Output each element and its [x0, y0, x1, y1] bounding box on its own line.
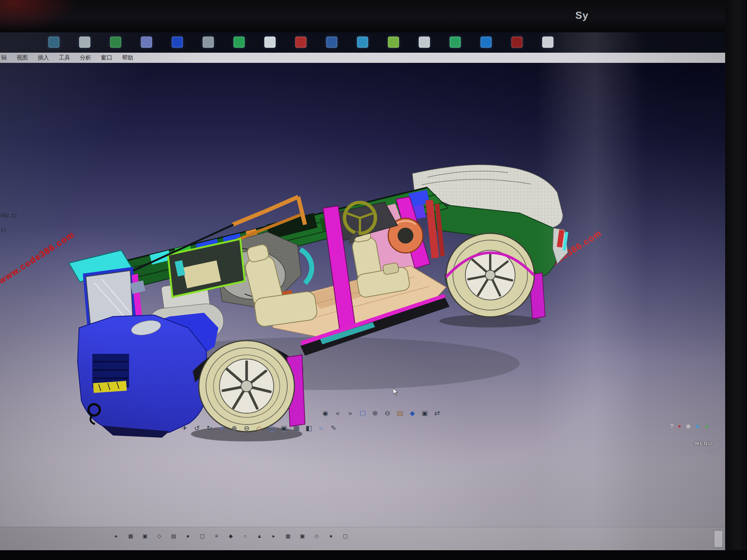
- photo-of-monitor: Sy 辑视图插入工具分析窗口帮助 E02.1) 1) www.code386.c…: [0, 0, 747, 560]
- taskbar-app-icon-11[interactable]: ▲: [256, 533, 263, 539]
- pinned-app-icon-6[interactable]: [203, 37, 214, 48]
- taskbar-app-icon-13[interactable]: ▦: [285, 533, 291, 539]
- taskbar-app-icon-7[interactable]: ▢: [199, 533, 206, 539]
- pinned-app-icon-9[interactable]: [295, 37, 306, 48]
- fly-mode-icon[interactable]: ✈: [180, 424, 189, 433]
- rotate-right-icon[interactable]: ↻: [205, 424, 214, 433]
- battery-icon[interactable]: ▲: [704, 423, 710, 429]
- pinned-app-icon-7[interactable]: [233, 37, 245, 48]
- bottom-command-bar: ▸▦▣◇▤●▢≡◆○▲▸▦▣◇●▢: [0, 527, 725, 551]
- menu-tools[interactable]: 工具: [54, 54, 75, 61]
- compass-icon[interactable]: ◆: [408, 409, 417, 418]
- zoom-out-icon[interactable]: ⊖: [242, 424, 251, 433]
- pan-icon[interactable]: +: [217, 424, 226, 433]
- taskbar-app-icon-4[interactable]: ◇: [156, 533, 163, 539]
- pinned-app-icon-8[interactable]: [264, 37, 276, 48]
- menu-help[interactable]: 帮助: [117, 54, 138, 61]
- menu-edit[interactable]: 辑: [0, 54, 12, 61]
- taskbar-app-icon-14[interactable]: ▣: [299, 533, 306, 539]
- pinned-app-icon-15[interactable]: [480, 37, 492, 48]
- help-tray-icon[interactable]: ?: [670, 423, 673, 429]
- layers-icon[interactable]: ▤: [395, 409, 404, 418]
- taskbar-app-icon-9[interactable]: ◆: [227, 533, 234, 539]
- menu-bar: 辑视图插入工具分析窗口帮助: [0, 53, 725, 63]
- camera-icon[interactable]: ◉: [321, 409, 330, 418]
- monitor-screen: 辑视图插入工具分析窗口帮助 E02.1) 1) www.code386.com …: [0, 32, 725, 551]
- pinned-app-icon-16[interactable]: [511, 37, 523, 48]
- pinned-apps-row: [48, 32, 553, 48]
- shaded-view-icon[interactable]: ▣: [420, 409, 429, 418]
- next-view-icon[interactable]: »: [346, 409, 355, 418]
- pinned-app-icon-2[interactable]: [79, 37, 90, 48]
- menu-insert[interactable]: 插入: [33, 54, 54, 61]
- rotate-left-icon[interactable]: ↺: [192, 424, 201, 433]
- monitor-osd-sub-label: GJ/V: [706, 449, 717, 453]
- spec-tree-label-2: 1): [1, 228, 6, 233]
- car-model-3d[interactable]: [56, 151, 584, 444]
- taskbar-app-icon-16[interactable]: ●: [328, 533, 334, 539]
- monitor-osd-menu-label: MENU: [695, 441, 712, 446]
- pinned-app-icon-11[interactable]: [357, 37, 368, 48]
- taskbar-app-icon-15[interactable]: ◇: [313, 533, 320, 539]
- sketch-icon[interactable]: ✎: [329, 424, 338, 433]
- monitor-right-bezel: [725, 0, 747, 560]
- menu-analyze[interactable]: 分析: [75, 54, 96, 61]
- pinned-app-icon-17[interactable]: [542, 37, 553, 48]
- taskbar-app-icon-2[interactable]: ▦: [127, 533, 134, 539]
- pinned-app-icon-3[interactable]: [110, 37, 121, 48]
- pinned-app-icon-4[interactable]: [141, 37, 152, 48]
- monitor-bottom-bezel: [0, 550, 747, 560]
- front-view-icon[interactable]: ▢: [267, 424, 276, 433]
- split-view-icon[interactable]: ◧: [304, 424, 313, 433]
- taskbar-app-icon-8[interactable]: ≡: [213, 533, 220, 539]
- taskbar-app-icon-6[interactable]: ●: [184, 533, 191, 539]
- scroll-corner[interactable]: [714, 530, 723, 548]
- taskbar-app-icon-5[interactable]: ▤: [170, 533, 177, 539]
- swap-view-icon[interactable]: ⇄: [433, 409, 442, 418]
- zoom-out-icon[interactable]: ⊖: [383, 409, 392, 418]
- pinned-app-icon-14[interactable]: [450, 37, 461, 48]
- monitor-brand-text: Sy: [575, 10, 589, 22]
- taskbar-app-icon-3[interactable]: ▣: [142, 533, 148, 539]
- pinned-app-icon-10[interactable]: [326, 37, 337, 48]
- system-tray: ?●◉◆▲: [670, 423, 710, 429]
- menu-view[interactable]: 视图: [12, 54, 33, 61]
- spec-tree-label-1: E02.1): [1, 213, 17, 219]
- car-model-svg: [56, 151, 584, 444]
- view-toolbar: ◉«»▢⊕⊖▤◆▣⇄: [321, 409, 442, 418]
- iso-view-icon[interactable]: ◇: [255, 424, 264, 433]
- volume-icon[interactable]: ◉: [686, 423, 691, 429]
- zoom-in-icon[interactable]: ⊕: [230, 424, 239, 433]
- orbit-icon[interactable]: ○: [317, 424, 326, 433]
- taskbar-app-icon-10[interactable]: ○: [242, 533, 248, 539]
- taskbar-app-icon-12[interactable]: ▸: [270, 533, 277, 539]
- bottom-icons-row: ▸▦▣◇▤●▢≡◆○▲▸▦▣◇●▢: [113, 533, 349, 539]
- taskbar-app-icon-17[interactable]: ▢: [342, 533, 349, 539]
- 3d-viewport[interactable]: E02.1) 1) www.code386.com www.code386.co…: [0, 63, 725, 527]
- network-icon[interactable]: ◆: [695, 423, 700, 429]
- taskbar-app-icon-1[interactable]: ▸: [113, 533, 120, 539]
- zoom-window-icon[interactable]: ▢: [358, 409, 367, 418]
- pinned-app-icon-13[interactable]: [419, 37, 430, 48]
- pinned-app-icon-1[interactable]: [48, 37, 59, 48]
- status-dot-icon[interactable]: ●: [678, 423, 681, 429]
- navigation-toolbar: ✈↺↻+⊕⊖◇▢▣▦◧○✎: [180, 424, 338, 433]
- zoom-in-icon[interactable]: ⊕: [370, 409, 380, 418]
- mouse-cursor: [393, 388, 398, 396]
- top-taskbar: [0, 32, 725, 53]
- monitor-top-bezel: [0, 0, 747, 32]
- previous-view-icon[interactable]: «: [333, 409, 342, 418]
- render-style-icon[interactable]: ▣: [279, 424, 288, 433]
- menu-window[interactable]: 窗口: [96, 54, 117, 61]
- pinned-app-icon-12[interactable]: [388, 37, 399, 48]
- pinned-app-icon-5[interactable]: [172, 37, 183, 48]
- wireframe-icon[interactable]: ▦: [292, 424, 301, 433]
